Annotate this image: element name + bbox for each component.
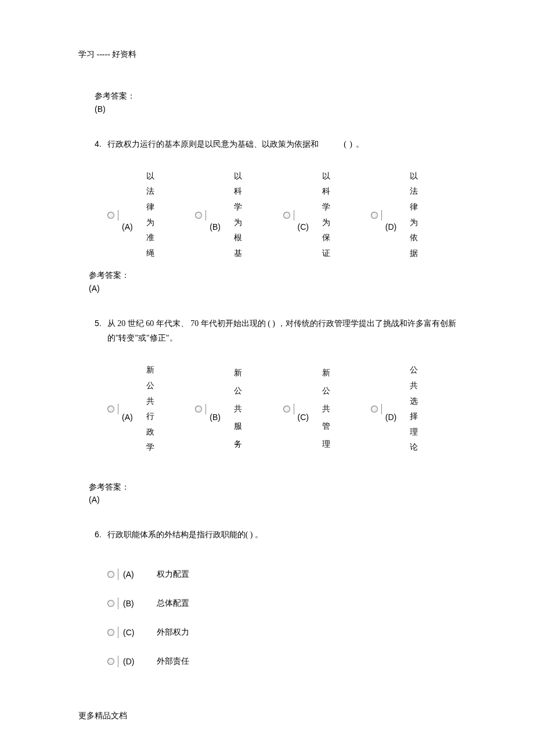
option-text: 以科学为保证	[322, 169, 330, 262]
radio-icon[interactable]	[371, 406, 378, 413]
question-6: 6. 行政职能体系的外结构是指行政职能的( ) 。	[95, 527, 459, 542]
option-letter: (B)	[123, 599, 146, 608]
option-text: 权力配置	[157, 569, 189, 580]
page-footer: 更多精品文档	[78, 711, 127, 721]
divider	[118, 627, 118, 638]
radio-icon[interactable]	[195, 406, 202, 413]
question-text: 从 20 世纪 60 年代末、 70 年代初开始出现的 ( ) ，对传统的行政管…	[107, 316, 459, 345]
radio-icon[interactable]	[107, 406, 114, 413]
q5-option-a[interactable]: (A) 新公共行政学	[107, 363, 195, 455]
q6-option-c[interactable]: (C) 外部权力	[107, 618, 459, 647]
divider	[294, 210, 294, 220]
q4-option-b[interactable]: (B) 以科学为根基	[195, 169, 283, 262]
question-text: 行政职能体系的外结构是指行政职能的( ) 。	[107, 527, 459, 542]
q5-option-b[interactable]: (B) 新公共服务	[195, 363, 283, 455]
q4-option-d[interactable]: (D) 以法律为依据	[371, 169, 459, 262]
option-letter: (D)	[385, 222, 398, 231]
divider	[118, 569, 118, 580]
q6-options: (A) 权力配置 (B) 总体配置 (C) 外部权力 (D) 外部责任	[107, 560, 459, 676]
question-5: 5. 从 20 世纪 60 年代末、 70 年代初开始出现的 ( ) ，对传统的…	[95, 316, 459, 345]
option-text: 以法律为准绳	[146, 169, 154, 262]
divider	[118, 598, 118, 609]
q5-option-c[interactable]: (C) 新公共管理	[283, 363, 371, 455]
divider	[118, 210, 118, 220]
option-letter: (D)	[123, 657, 146, 666]
q4-option-c[interactable]: (C) 以科学为保证	[283, 169, 371, 262]
option-letter: (B)	[210, 413, 222, 422]
previous-answer: (B)	[95, 104, 459, 114]
option-text: 新公共行政学	[146, 363, 154, 455]
radio-icon[interactable]	[107, 629, 114, 636]
option-text: 新公共管理	[322, 364, 330, 454]
radio-icon[interactable]	[195, 212, 202, 219]
q6-option-d[interactable]: (D) 外部责任	[107, 647, 459, 676]
option-text: 公共选择理论	[410, 363, 418, 455]
option-letter: (D)	[385, 413, 398, 422]
q5-answer: (A)	[89, 495, 459, 504]
question-text-main: 行政权力运行的基本原则是以民意为基础、以政策为依据和	[107, 140, 319, 149]
q5-option-d[interactable]: (D) 公共选择理论	[371, 363, 459, 455]
question-blank: ( ) 。	[344, 140, 364, 149]
option-letter: (C)	[298, 413, 311, 422]
q5-options-row: (A) 新公共行政学 (B) 新公共服务 (C) 新公共管理 (D)	[107, 363, 459, 455]
option-text: 外部责任	[157, 656, 189, 667]
answer-label: 参考答案：	[89, 480, 459, 495]
divider	[381, 404, 382, 414]
question-number: 4.	[95, 137, 107, 151]
question-4: 4. 行政权力运行的基本原则是以民意为基础、以政策为依据和 ( ) 。	[95, 137, 459, 151]
radio-icon[interactable]	[107, 571, 114, 578]
option-letter: (A)	[122, 413, 135, 422]
radio-icon[interactable]	[283, 212, 290, 219]
option-letter: (B)	[210, 222, 222, 231]
option-letter: (C)	[123, 628, 146, 637]
option-text: 新公共服务	[234, 364, 242, 454]
question-number: 6.	[95, 527, 107, 542]
divider	[381, 210, 382, 220]
answer-label: 参考答案：	[89, 268, 459, 284]
option-text: 以法律为依据	[410, 169, 418, 262]
divider	[205, 404, 206, 414]
divider	[294, 404, 294, 414]
radio-icon[interactable]	[107, 212, 114, 219]
q4-option-a[interactable]: (A) 以法律为准绳	[107, 169, 195, 262]
radio-icon[interactable]	[107, 658, 114, 665]
q6-option-b[interactable]: (B) 总体配置	[107, 589, 459, 618]
q6-option-a[interactable]: (A) 权力配置	[107, 560, 459, 589]
option-letter: (C)	[298, 222, 311, 231]
q4-options-row: (A) 以法律为准绳 (B) 以科学为根基 (C) 以科学为保证 (D)	[107, 169, 459, 262]
option-text: 以科学为根基	[234, 169, 242, 262]
option-text: 总体配置	[157, 598, 189, 609]
question-number: 5.	[95, 316, 107, 345]
divider	[205, 210, 206, 220]
radio-icon[interactable]	[107, 600, 114, 607]
page-header: 学习 ----- 好资料	[78, 49, 459, 60]
radio-icon[interactable]	[283, 406, 290, 413]
option-text: 外部权力	[157, 627, 189, 638]
option-letter: (A)	[123, 570, 146, 579]
answer-label: 参考答案：	[95, 89, 459, 104]
q4-answer: (A)	[89, 284, 459, 293]
radio-icon[interactable]	[371, 212, 378, 219]
divider	[118, 404, 118, 414]
question-text: 行政权力运行的基本原则是以民意为基础、以政策为依据和 ( ) 。	[107, 137, 459, 151]
divider	[118, 656, 118, 667]
option-letter: (A)	[122, 222, 135, 231]
